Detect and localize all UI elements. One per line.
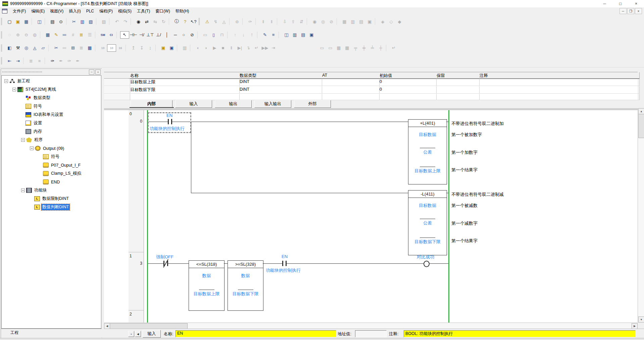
continuous-step-run-icon[interactable]: ▶▶ (261, 44, 269, 52)
new-window-icon[interactable]: ▱ (39, 44, 47, 52)
contact-en-comment[interactable]: 功能块的控制执行 (266, 267, 301, 273)
zoom-in-icon[interactable]: ⊕ (14, 31, 22, 39)
tree-item-fb-data-limit[interactable]: L 数据限制DINT (2, 195, 101, 203)
new-fb-invoke-icon[interactable]: ▯ (209, 31, 218, 39)
address-field[interactable] (355, 330, 387, 337)
menu-tools[interactable]: 工具(T) (134, 7, 153, 15)
workspace-close-icon[interactable]: × (95, 70, 101, 75)
mnemonic-view-icon[interactable]: ☰ (86, 31, 94, 39)
rung-comment-icon[interactable]: ✎ (52, 31, 60, 39)
pause-simulation-icon[interactable]: ‖ (227, 44, 236, 52)
zoom-to-fit-icon[interactable]: ◌ (5, 31, 14, 39)
toolbar-grip[interactable] (1, 31, 4, 39)
fb-generate-icon[interactable]: ▣ (159, 44, 167, 52)
fb-definition-icon[interactable]: ⊞ (69, 44, 77, 52)
toggle-project-workspace-icon[interactable]: ◧ (5, 44, 14, 52)
zoom-out-icon[interactable]: ⊖ (22, 31, 31, 39)
pause-trigger-icon[interactable]: ‖ (267, 18, 276, 25)
tree-item-data-types[interactable]: 数据类型 (2, 94, 101, 102)
tab-internal[interactable]: 内部 (131, 100, 172, 108)
retrace-find-icon[interactable]: ↻ (159, 18, 168, 25)
tree-item-programs[interactable]: 程序 (2, 136, 101, 144)
new-or-contact-icon[interactable]: ⊥⊤ (146, 31, 154, 39)
tree-item-clamp-ls[interactable]: Clamp_LS_模拟 (2, 169, 101, 178)
tree-item-p07-ouput[interactable]: P07_Ouput_I_F (2, 161, 101, 169)
new-coil-icon[interactable]: ○ (180, 31, 188, 39)
copy-icon[interactable]: ▥ (78, 18, 87, 25)
tab-inputs[interactable]: 输入 (175, 100, 212, 108)
table-cell[interactable] (478, 79, 640, 86)
table-cell-empty[interactable] (238, 94, 322, 100)
window-cascade-icon[interactable]: ▤ (299, 31, 307, 39)
table-cell[interactable]: 目标数据上限 (129, 79, 240, 86)
window-arrange-icon[interactable]: ▣ (307, 31, 316, 39)
run-simulation-icon[interactable]: ▶ (210, 44, 219, 52)
workspace-drag-handle[interactable] (2, 71, 43, 73)
col-header-at[interactable]: AT (320, 72, 380, 79)
go-to-next-input-icon[interactable]: ✒ (73, 57, 82, 65)
table-cell[interactable] (478, 86, 640, 94)
toolbar-grip[interactable] (1, 57, 4, 65)
window-split-icon[interactable]: ◫ (282, 31, 291, 39)
menu-simulation[interactable]: 模拟(S) (115, 7, 134, 15)
col-header-name[interactable]: 名称 (129, 72, 240, 79)
pause-monitor-icon[interactable]: ‖ (259, 18, 267, 25)
collapse-icon[interactable] (12, 88, 16, 91)
new-closed-contact-icon[interactable]: ⊣/ (138, 31, 146, 39)
mdi-close-button[interactable]: × (635, 8, 642, 14)
mdi-minimize-button[interactable]: ─ (620, 8, 627, 14)
row-selector[interactable] (104, 79, 130, 86)
table-cell[interactable]: DINT (238, 79, 322, 86)
rung-margin-0[interactable] (129, 110, 144, 252)
context-help-icon[interactable]: ↖? (189, 18, 198, 25)
row-selector[interactable] (104, 86, 130, 94)
operand[interactable]: 目标数据上限 (189, 291, 224, 297)
vertical-middle-icon[interactable]: ╪ (360, 44, 368, 52)
replace-icon[interactable]: ⇄ (143, 18, 151, 25)
work-online-simulator-icon[interactable]: ↯ (211, 18, 220, 25)
tree-item-plc[interactable]: ST4[CJ2M] 离线 (2, 85, 101, 94)
find-in-project-icon[interactable]: ◫ (35, 18, 44, 25)
step-out-icon[interactable]: ↵ (252, 44, 261, 52)
toolbar-grip[interactable] (1, 44, 4, 52)
differentiate-down-icon[interactable]: ↓ (239, 31, 248, 39)
instruction-title[interactable]: >=SL(328) (228, 261, 263, 268)
new-file-icon[interactable]: ▢ (5, 18, 14, 25)
show-annotations-icon[interactable]: ≡ (269, 31, 278, 39)
compile-program-icon[interactable]: ⚒ (14, 44, 22, 52)
table-cell-empty[interactable] (129, 94, 240, 100)
horizontal-scroll-thumb[interactable] (110, 323, 188, 329)
panel-splitter[interactable] (102, 69, 104, 338)
find-icon[interactable]: ◉ (134, 18, 143, 25)
symbol-comment-icon[interactable]: ≔ (60, 31, 69, 39)
horizontal-line-icon[interactable]: ─ (171, 31, 180, 39)
find-next-icon[interactable]: ⇆ (151, 18, 159, 25)
signed-decimal-display-icon[interactable]: 10 (107, 44, 116, 52)
monitor-io-icon[interactable]: ▦ (335, 44, 343, 52)
program-mode-icon[interactable]: ⊚ (233, 18, 241, 25)
new-fb-parameter-icon[interactable]: ⊓ (218, 31, 226, 39)
tree-item-end[interactable]: END (2, 178, 101, 186)
menu-plc[interactable]: PLC (84, 8, 97, 14)
force-cancel-icon[interactable]: ⊘ (327, 18, 336, 25)
set-value-icon[interactable]: ↥ (129, 44, 138, 52)
table-cell[interactable]: 0 (378, 86, 437, 94)
operand[interactable]: 目标数据下限 (408, 239, 447, 245)
copy-fb-icon[interactable]: ▥ (181, 44, 189, 52)
menu-view[interactable]: 视图(V) (47, 7, 66, 15)
transfer-to-plc-icon[interactable]: ⇩ (281, 18, 289, 25)
mnemonic-list-icon[interactable]: ≣ (77, 44, 86, 52)
online-edit-rungs-icon[interactable]: ◎ (22, 44, 31, 52)
output-coil[interactable] (424, 261, 430, 267)
tree-item-settings[interactable]: 设置 (2, 119, 101, 127)
instruction-title[interactable]: -L(411) (408, 190, 447, 198)
toolbar-grip[interactable] (199, 18, 202, 25)
hex-display-icon[interactable]: 16 (116, 44, 125, 52)
table-cell[interactable] (320, 86, 380, 94)
scan-run-icon[interactable]: ⇥ (269, 44, 278, 52)
binary-monitor-icon[interactable]: ▦ (86, 44, 94, 52)
col-header-datatype[interactable]: 数据类型 (238, 72, 322, 79)
tree-item-fb-value-judge[interactable]: L 数值判断DINT (2, 203, 101, 211)
operand[interactable]: 目标数据下限 (228, 291, 263, 297)
go-to-next-address-icon[interactable]: ✒ (57, 57, 65, 65)
